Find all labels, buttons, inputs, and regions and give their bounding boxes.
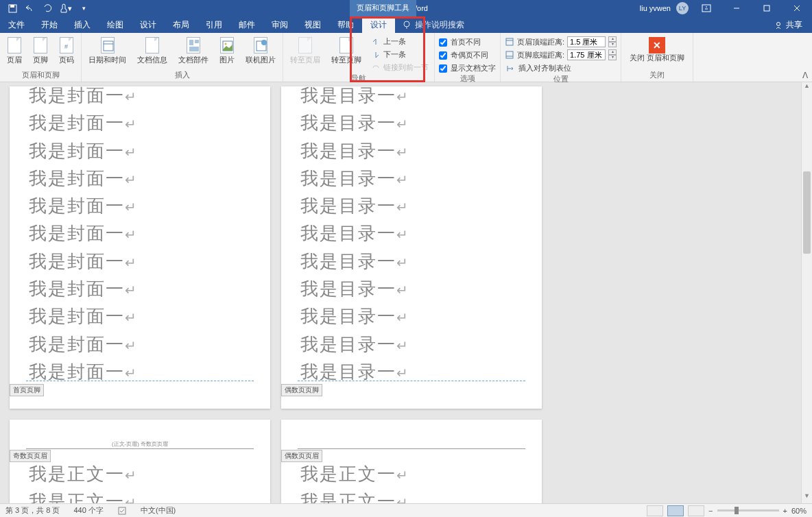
title-bar: ▾ ▾ 文档1 - Word 页眉和页脚工具 liu yvwen LY (0, 0, 812, 16)
goto-footer-button[interactable]: 转至页脚 (329, 36, 364, 67)
vertical-scrollbar[interactable]: ▲ ▼ (801, 82, 812, 503)
svg-rect-21 (119, 507, 126, 514)
tell-me-search[interactable]: 操作说明搜索 (395, 19, 464, 31)
insert-align-tab-button[interactable]: 插入对齐制表位 (505, 62, 617, 74)
text-line: 我是封面一↵ (29, 165, 251, 193)
word-count[interactable]: 440 个字 (73, 505, 103, 516)
text-line: 我是目录一↵ (300, 165, 523, 193)
text-line: 我是封面一↵ (29, 303, 251, 330)
online-picture-button[interactable]: 联机图片 (243, 36, 278, 67)
scroll-down-icon[interactable]: ▼ (802, 492, 812, 503)
odd-page-header-tag: 奇数页页眉 (10, 450, 51, 462)
maximize-icon[interactable] (754, 1, 779, 16)
ribbon: 页眉 页脚 #页码 页眉和页脚 日期和时间 文档信息 文档部件 图片 联机图片 … (0, 33, 812, 82)
header-distance-label: 页眉顶端距离: (517, 37, 564, 47)
tab-insert[interactable]: 插入 (66, 16, 99, 33)
tab-review[interactable]: 审阅 (263, 16, 296, 33)
share-icon (774, 21, 783, 29)
qat-more-icon[interactable]: ▾ (75, 1, 92, 16)
close-header-footer-button[interactable]: ✕ 关闭 页眉和页脚 (625, 36, 689, 64)
tell-me-label: 操作说明搜索 (415, 19, 464, 31)
link-previous-button: 链接到前一节 (370, 62, 430, 73)
collapse-ribbon-icon[interactable]: ᐱ (802, 71, 808, 80)
print-layout-button[interactable] (667, 505, 684, 516)
user-avatar[interactable]: LY (676, 2, 689, 14)
tab-icon (506, 64, 516, 73)
tab-home[interactable]: 开始 (33, 16, 66, 33)
svg-rect-17 (506, 38, 513, 45)
close-hf-icon: ✕ (649, 37, 665, 53)
text-line: 我是正文一↵ (300, 488, 523, 503)
touch-icon[interactable]: ▾ (58, 1, 74, 16)
text-line: 我是目录一↵ (300, 303, 523, 330)
text-line: 我是目录一↵ (300, 193, 523, 220)
tab-file[interactable]: 文件 (0, 16, 33, 33)
page-number-button[interactable]: #页码 (56, 36, 77, 67)
svg-rect-4 (764, 5, 769, 11)
previous-button[interactable]: 上一条 (370, 36, 430, 47)
even-page-footer-tag: 偶数页页脚 (281, 384, 322, 396)
language[interactable]: 中文(中国) (141, 505, 176, 516)
page-count[interactable]: 第 3 页，共 8 页 (5, 505, 60, 516)
zoom-in-button[interactable]: + (783, 507, 787, 515)
footer-distance-spinner[interactable]: ▴▾ (608, 49, 617, 60)
redo-icon[interactable] (40, 1, 56, 16)
first-page-different-checkbox[interactable]: 首页不同 (439, 37, 496, 47)
first-page-footer-tag: 首页页脚 (10, 384, 44, 396)
goto-header-button: 转至页眉 (287, 36, 323, 67)
group-label-insert: 插入 (86, 70, 278, 82)
text-line: 我是目录一↵ (300, 220, 523, 248)
odd-even-different-checkbox[interactable]: 奇偶页不同 (439, 50, 496, 60)
minimize-icon[interactable] (724, 1, 749, 16)
footer-distance-label: 页脚底端距离: (517, 50, 564, 60)
tab-hf-design[interactable]: 设计 (362, 16, 395, 33)
tab-view[interactable]: 视图 (296, 16, 329, 33)
header-button[interactable]: 页眉 (4, 36, 25, 67)
scroll-thumb[interactable] (803, 171, 811, 254)
tab-draw[interactable]: 绘图 (99, 16, 132, 33)
footer-button[interactable]: 页脚 (30, 36, 51, 67)
document-area: 我是封面一↵我是封面一↵我是封面一↵我是封面一↵我是封面一↵我是封面一↵我是封面… (0, 82, 812, 503)
tab-references[interactable]: 引用 (198, 16, 230, 33)
tab-mailings[interactable]: 邮件 (230, 16, 263, 33)
text-line: 我是封面一↵ (29, 110, 251, 137)
undo-icon[interactable] (22, 1, 38, 16)
picture-button[interactable]: 图片 (217, 36, 237, 67)
svg-rect-10 (189, 40, 193, 45)
user-name[interactable]: liu yvwen (640, 4, 671, 12)
footer-distance-icon (505, 50, 514, 60)
close-icon[interactable] (785, 1, 809, 16)
quickparts-button[interactable]: 文档部件 (176, 36, 211, 67)
docinfo-button[interactable]: 文档信息 (134, 36, 170, 67)
zoom-level[interactable]: 60% (791, 507, 807, 515)
zoom-out-button[interactable]: − (708, 507, 713, 515)
group-label-close: 关闭 (625, 70, 689, 82)
page-cover[interactable]: 我是封面一↵我是封面一↵我是封面一↵我是封面一↵我是封面一↵我是封面一↵我是封面… (10, 86, 270, 409)
save-icon[interactable] (4, 1, 21, 16)
svg-rect-11 (195, 40, 199, 43)
scroll-up-icon[interactable]: ▲ (802, 82, 812, 93)
svg-rect-8 (104, 41, 113, 51)
datetime-button[interactable]: 日期和时间 (86, 36, 129, 67)
spellcheck-icon[interactable] (117, 506, 127, 516)
tab-design[interactable]: 设计 (132, 16, 165, 33)
show-document-text-checkbox[interactable]: 显示文档文字 (439, 63, 496, 73)
web-layout-button[interactable] (688, 505, 704, 516)
read-mode-button[interactable] (647, 505, 663, 516)
tab-help[interactable]: 帮助 (329, 16, 362, 33)
tab-layout[interactable]: 布局 (165, 16, 198, 33)
page-body-odd[interactable]: (正文-页眉) 奇数页页眉 奇数页页眉 我是正文一↵我是正文一↵ (10, 420, 270, 503)
page-toc[interactable]: 我是目录一↵我是目录一↵我是目录一↵我是目录一↵我是目录一↵我是目录一↵我是目录… (281, 86, 542, 409)
header-distance-spinner[interactable]: ▴▾ (608, 36, 617, 47)
share-button[interactable]: 共享 (774, 19, 812, 31)
next-button[interactable]: 下一条 (370, 49, 430, 60)
text-line: 我是目录一↵ (300, 82, 523, 110)
zoom-slider[interactable] (717, 509, 779, 512)
ribbon-display-icon[interactable] (694, 1, 719, 16)
page-body-even[interactable]: 偶数页页眉 我是正文一↵我是正文一↵ (281, 420, 542, 503)
text-line: 我是目录一↵ (300, 110, 523, 137)
svg-point-14 (225, 43, 227, 45)
svg-point-7 (777, 22, 780, 25)
header-distance-input[interactable] (567, 36, 606, 47)
footer-distance-input[interactable] (567, 49, 606, 60)
